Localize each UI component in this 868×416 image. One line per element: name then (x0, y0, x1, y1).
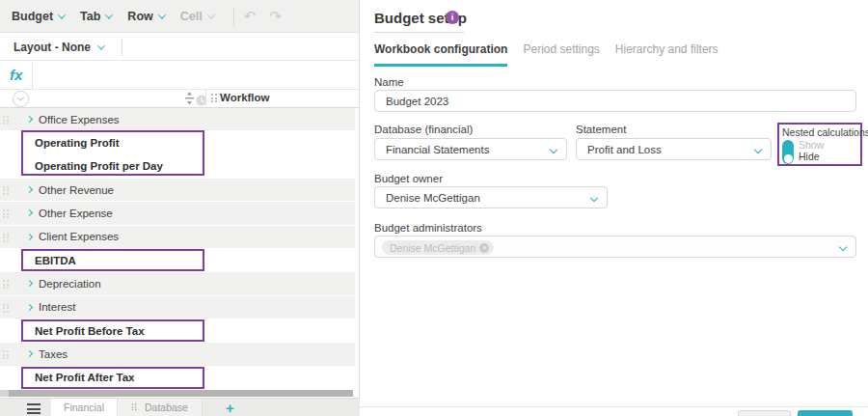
row-list: Office Expenses Operating Profit Operati… (0, 108, 355, 390)
statement-label: Statement (576, 124, 626, 135)
administrator-chip: Denise McGettigan × (382, 240, 494, 255)
main-toolbar: Budget Tab Row Cell ↶ ↷ (0, 0, 359, 33)
sheet-tab-database[interactable]: Database (118, 399, 203, 416)
chevron-down-icon (754, 146, 762, 153)
sheet-tab-label: Financial (64, 402, 104, 413)
row-label: Client Expenses (39, 231, 119, 242)
workflow-column-header[interactable]: Workflow (220, 92, 270, 103)
administrator-chip-label: Denise McGettigan (390, 242, 475, 254)
tab-hierarchy-and-filters[interactable]: Hierarchy and filters (615, 42, 719, 67)
row-label: Depreciation (39, 278, 101, 290)
grid-row-client-expenses[interactable]: Client Expenses (0, 226, 355, 249)
info-icon[interactable]: i (446, 11, 459, 24)
grid-row-taxes[interactable]: Taxes (0, 343, 355, 366)
highlight-box-nested-calculations: Nested calculations Show Hide (777, 123, 862, 166)
expand-chevron-icon[interactable] (26, 304, 33, 311)
budget-owner-label: Budget owner (374, 173, 443, 184)
menu-tab[interactable]: Tab (80, 10, 112, 23)
row-label: Other Expense (39, 208, 113, 219)
statement-value: Profit and Loss (587, 144, 662, 155)
database-select[interactable]: Financial Statements (374, 138, 567, 160)
toolbar-divider (233, 7, 234, 26)
expand-chevron-icon[interactable] (26, 280, 33, 287)
row-label: Interest (39, 301, 75, 313)
layout-selector[interactable]: Layout - None (14, 41, 104, 54)
show-hide-toggle[interactable] (782, 140, 794, 164)
sheet-tab-label: Database (145, 402, 188, 413)
expand-chevron-icon[interactable] (26, 234, 33, 240)
cancel-button[interactable] (738, 410, 791, 416)
toggle-knob (784, 154, 793, 163)
undo-icon: ↶ (244, 8, 257, 25)
redo-icon: ↷ (269, 8, 282, 25)
chevron-down-icon (590, 194, 598, 202)
database-value: Financial Statements (386, 144, 489, 155)
grid-row-other-revenue[interactable]: Other Revenue (0, 179, 355, 202)
layout-selector-label: Layout - None (14, 41, 91, 54)
expand-chevron-icon[interactable] (26, 116, 33, 123)
remove-chip-icon[interactable]: × (479, 243, 489, 253)
row-drag-handle-icon[interactable] (3, 350, 10, 361)
grid-row-operating-profit[interactable]: Operating Profit (0, 131, 355, 154)
budget-owner-select[interactable]: Denise McGettigan (374, 186, 608, 208)
row-drag-handle-icon[interactable] (3, 209, 10, 220)
chevron-down-icon (158, 11, 166, 18)
row-label: Office Expenses (39, 114, 120, 125)
panel-footer-divider (360, 406, 868, 407)
row-drag-handle-icon[interactable] (3, 280, 10, 291)
panel-tabs: Workbook configuration Period settings H… (374, 42, 719, 67)
chevron-down-icon (58, 11, 66, 18)
name-input[interactable]: Budget 2023 (374, 90, 856, 112)
row-label: Other Revenue (39, 184, 114, 196)
app-window: Budget Tab Row Cell ↶ ↷ Layo (0, 0, 868, 416)
grid-row-interest[interactable]: Interest (0, 296, 355, 319)
row-drag-handle-icon[interactable] (3, 304, 10, 315)
toggle-option-show[interactable]: Show (799, 139, 824, 151)
expand-chevron-icon[interactable] (26, 350, 33, 357)
collapse-all-button[interactable] (13, 91, 29, 107)
menu-row-label: Row (127, 10, 152, 23)
grid-row-net-profit-before-tax[interactable]: Net Profit Before Tax (0, 319, 355, 343)
menu-budget-label: Budget (12, 10, 53, 23)
row-drag-handle-icon[interactable] (3, 234, 10, 244)
formula-bar-divider (32, 62, 33, 90)
tab-workbook-configuration[interactable]: Workbook configuration (374, 42, 507, 67)
menu-budget[interactable]: Budget (12, 10, 65, 23)
fx-icon: fx (0, 67, 32, 85)
sheet-tab-financial[interactable]: Financial (51, 399, 118, 416)
database-label: Database (financial) (374, 124, 473, 135)
name-value: Budget 2023 (386, 96, 448, 107)
menu-tab-label: Tab (80, 10, 100, 23)
grid-row-office-expenses[interactable]: Office Expenses (0, 108, 355, 131)
grid-row-other-expense[interactable]: Other Expense (0, 202, 355, 225)
save-button[interactable] (798, 410, 853, 416)
expand-chevron-icon[interactable] (26, 186, 33, 193)
name-label: Name (374, 76, 404, 88)
grid-row-depreciation[interactable]: Depreciation (0, 272, 355, 295)
formula-bar[interactable]: fx (0, 62, 359, 90)
expand-chevron-icon[interactable] (26, 209, 33, 216)
nested-calculations-label: Nested calculations (782, 126, 868, 138)
grid-header: Workflow (0, 90, 359, 108)
row-drag-handle-icon[interactable] (3, 116, 10, 126)
row-drag-handle-icon[interactable] (3, 186, 10, 197)
toggle-option-hide[interactable]: Hide (799, 151, 820, 162)
add-sheet-button[interactable]: + (226, 400, 234, 416)
layout-bar: Layout - None (0, 34, 359, 61)
budget-administrators-select[interactable]: Denise McGettigan × (374, 236, 856, 258)
sheet-menu-icon[interactable] (27, 403, 41, 416)
chevron-down-icon (105, 11, 113, 18)
row-label: Operating Profit (35, 137, 120, 149)
menu-row[interactable]: Row (127, 10, 164, 23)
grid-row-operating-profit-per-day[interactable]: Operating Profit per Day (0, 155, 355, 179)
chevron-down-icon (839, 243, 847, 251)
grid-row-net-profit-after-tax[interactable]: Net Profit After Tax (0, 367, 355, 390)
title-divider (374, 32, 464, 33)
grid-row-ebitda[interactable]: EBITDA (0, 249, 355, 272)
column-drag-handle-icon[interactable] (211, 94, 218, 104)
row-resize-icon[interactable] (184, 92, 195, 109)
row-label: Net Profit Before Tax (35, 325, 145, 337)
statement-select[interactable]: Profit and Loss (576, 138, 772, 160)
tab-period-settings[interactable]: Period settings (523, 42, 599, 67)
horizontal-scrollbar[interactable] (9, 390, 353, 397)
